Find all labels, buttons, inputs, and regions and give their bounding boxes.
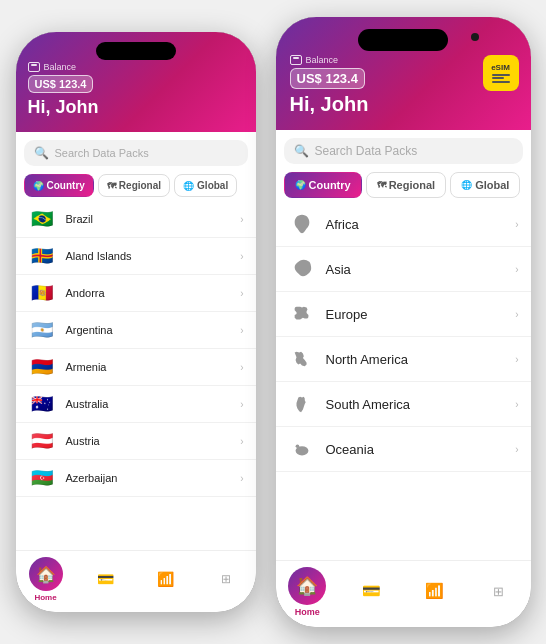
chevron-south-america: ›	[515, 399, 518, 410]
list-item[interactable]: Europe ›	[276, 292, 531, 337]
tabs-left: 🌍 Country 🗺 Regional 🌐 Global	[16, 174, 256, 197]
greeting-right: Hi, John	[290, 93, 517, 116]
nav-wallet-left[interactable]: 💳	[76, 567, 136, 593]
flag-azerbaijan: 🇦🇿	[28, 468, 56, 488]
tab-regional-right[interactable]: 🗺 Regional	[366, 172, 446, 198]
screen-right: Balance US$ 123.4 Hi, John eSIM 🔍 Search…	[276, 17, 531, 627]
svg-point-1	[295, 444, 299, 448]
esim-line-1	[492, 74, 510, 76]
tab-regional-icon-right: 🗺	[377, 180, 386, 190]
esim-line-2	[492, 77, 504, 79]
tab-global-icon-left: 🌐	[183, 181, 194, 191]
country-name-brazil: Brazil	[66, 213, 231, 225]
nav-home-label-right: Home	[295, 607, 320, 617]
list-item[interactable]: 🇦🇷 Argentina ›	[16, 312, 256, 349]
nav-sim-right[interactable]: 📶	[403, 579, 467, 605]
chevron-north-america: ›	[515, 354, 518, 365]
esim-text: eSIM	[491, 64, 510, 72]
chevron-argentina: ›	[240, 325, 243, 336]
chevron-azerbaijan: ›	[240, 473, 243, 484]
tab-country-right[interactable]: 🌍 Country	[284, 172, 362, 198]
search-bar-left[interactable]: 🔍 Search Data Packs	[24, 140, 248, 166]
tab-country-icon-left: 🌍	[33, 181, 44, 191]
chevron-aland: ›	[240, 251, 243, 262]
country-name-armenia: Armenia	[66, 361, 231, 373]
region-europe: Europe	[326, 307, 506, 322]
asia-icon	[288, 255, 316, 283]
search-icon-right: 🔍	[294, 144, 309, 158]
chevron-africa: ›	[515, 219, 518, 230]
south-america-icon	[288, 390, 316, 418]
chevron-andorra: ›	[240, 288, 243, 299]
country-name-australia: Australia	[66, 398, 231, 410]
region-list-right: Africa › Asia › Europe ›	[276, 202, 531, 560]
tab-country-left[interactable]: 🌍 Country	[24, 174, 94, 197]
country-name-azerbaijan: Azerbaijan	[66, 472, 231, 484]
search-input-left: Search Data Packs	[55, 147, 149, 159]
balance-label-left: Balance	[28, 62, 244, 72]
tab-global-right[interactable]: 🌐 Global	[450, 172, 520, 198]
list-item[interactable]: 🇦🇲 Armenia ›	[16, 349, 256, 386]
balance-icon-right	[290, 55, 302, 65]
list-item[interactable]: 🇦🇺 Australia ›	[16, 386, 256, 423]
chevron-austria: ›	[240, 436, 243, 447]
nav-sim-left[interactable]: 📶	[136, 567, 196, 593]
list-item[interactable]: Oceania ›	[276, 427, 531, 472]
nav-wallet-right[interactable]: 💳	[339, 579, 403, 605]
phone-right: Balance US$ 123.4 Hi, John eSIM 🔍 Search…	[276, 17, 531, 627]
tab-regional-icon-left: 🗺	[107, 181, 116, 191]
home-icon-right: 🏠	[288, 567, 326, 605]
oceania-icon	[288, 435, 316, 463]
nav-apps-right[interactable]: ⊞	[467, 579, 531, 605]
nav-home-left[interactable]: 🏠 Home	[16, 557, 76, 602]
sim-icon-right: 📶	[423, 579, 447, 603]
esim-lines	[492, 74, 510, 83]
country-name-austria: Austria	[66, 435, 231, 447]
apps-icon-right: ⊞	[487, 579, 511, 603]
tab-global-left[interactable]: 🌐 Global	[174, 174, 237, 197]
chevron-brazil: ›	[240, 214, 243, 225]
search-icon-left: 🔍	[34, 146, 49, 160]
list-item[interactable]: South America ›	[276, 382, 531, 427]
phone-left: Balance US$ 123.4 Hi, John 🔍 Search Data…	[16, 32, 256, 612]
chevron-armenia: ›	[240, 362, 243, 373]
wallet-icon-right: 💳	[359, 579, 383, 603]
flag-brazil: 🇧🇷	[28, 209, 56, 229]
search-bar-right[interactable]: 🔍 Search Data Packs	[284, 138, 523, 164]
tab-country-icon-right: 🌍	[295, 180, 306, 190]
list-item[interactable]: 🇦🇿 Azerbaijan ›	[16, 460, 256, 497]
home-icon-left: 🏠	[29, 557, 63, 591]
list-item[interactable]: 🇦🇹 Austria ›	[16, 423, 256, 460]
flag-australia: 🇦🇺	[28, 394, 56, 414]
esim-line-3	[492, 81, 510, 83]
apps-icon-left: ⊞	[214, 567, 238, 591]
flag-andorra: 🇦🇩	[28, 283, 56, 303]
list-item[interactable]: 🇦🇩 Andorra ›	[16, 275, 256, 312]
esim-badge: eSIM	[483, 55, 519, 91]
list-item[interactable]: Asia ›	[276, 247, 531, 292]
balance-icon-left	[28, 62, 40, 72]
region-oceania: Oceania	[326, 442, 506, 457]
nav-home-right[interactable]: 🏠 Home	[276, 567, 340, 617]
search-input-right: Search Data Packs	[315, 144, 418, 158]
region-africa: Africa	[326, 217, 506, 232]
dynamic-island-left	[96, 42, 176, 60]
nav-apps-left[interactable]: ⊞	[196, 567, 256, 593]
chevron-asia: ›	[515, 264, 518, 275]
chevron-australia: ›	[240, 399, 243, 410]
list-item[interactable]: 🇦🇽 Aland Islands ›	[16, 238, 256, 275]
flag-argentina: 🇦🇷	[28, 320, 56, 340]
tabs-right: 🌍 Country 🗺 Regional 🌐 Global	[276, 172, 531, 198]
africa-icon	[288, 210, 316, 238]
list-item[interactable]: North America ›	[276, 337, 531, 382]
list-item[interactable]: 🇧🇷 Brazil ›	[16, 201, 256, 238]
screen-left: Balance US$ 123.4 Hi, John 🔍 Search Data…	[16, 32, 256, 612]
region-asia: Asia	[326, 262, 506, 277]
flag-aland: 🇦🇽	[28, 246, 56, 266]
list-item[interactable]: Africa ›	[276, 202, 531, 247]
region-south-america: South America	[326, 397, 506, 412]
europe-icon	[288, 300, 316, 328]
tab-regional-left[interactable]: 🗺 Regional	[98, 174, 170, 197]
country-list-left: 🇧🇷 Brazil › 🇦🇽 Aland Islands › 🇦🇩 Andorr…	[16, 201, 256, 550]
region-north-america: North America	[326, 352, 506, 367]
